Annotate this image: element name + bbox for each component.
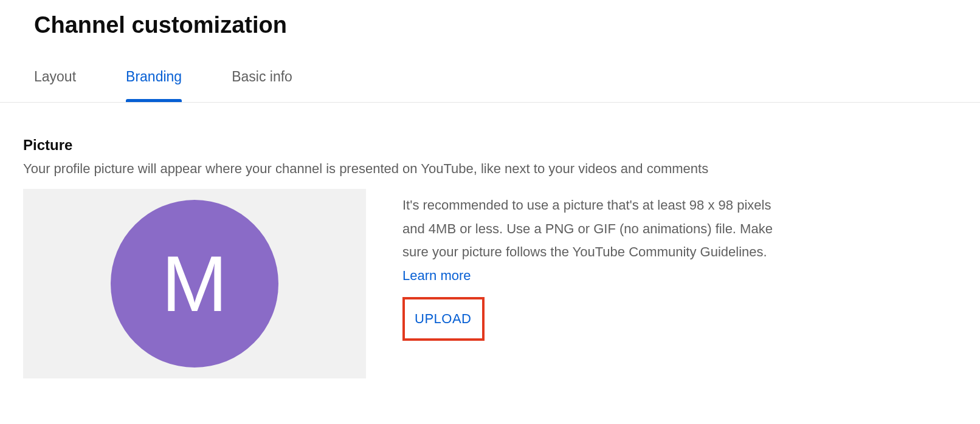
picture-heading: Picture (23, 137, 946, 154)
upload-highlight-box: UPLOAD (402, 297, 485, 341)
tab-layout[interactable]: Layout (34, 69, 76, 102)
learn-more-link[interactable]: Learn more (402, 268, 471, 283)
avatar: M (111, 200, 278, 368)
picture-description: Your profile picture will appear where y… (23, 161, 946, 177)
picture-info: It's recommended to use a picture that's… (402, 189, 792, 378)
picture-row: M It's recommended to use a picture that… (23, 189, 946, 378)
upload-button[interactable]: UPLOAD (405, 301, 481, 337)
picture-recommendation: It's recommended to use a picture that's… (402, 194, 792, 287)
page-title: Channel customization (34, 12, 946, 38)
content-area: Picture Your profile picture will appear… (34, 103, 946, 378)
picture-preview: M (23, 189, 366, 378)
tab-basic-info[interactable]: Basic info (232, 69, 292, 102)
recommendation-text: It's recommended to use a picture that's… (402, 197, 773, 259)
tab-branding[interactable]: Branding (126, 69, 182, 102)
tabs-bar: Layout Branding Basic info (0, 69, 980, 103)
